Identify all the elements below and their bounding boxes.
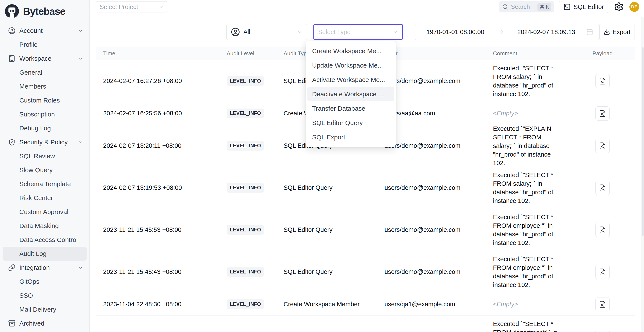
dropdown-option-create-workspace-me[interactable]: Create Workspace Me... <box>308 44 394 58</box>
chevron-down-icon <box>78 28 83 33</box>
cell-audit-level: LEVEL_INFO <box>219 316 276 332</box>
sidebar-item-schema-template[interactable]: Schema Template <box>2 177 87 191</box>
cell-time: 2023-11-21 15:45:53 +08:00 <box>96 209 219 251</box>
sidebar-section-account[interactable]: Account <box>2 24 87 37</box>
cell-audit-type: SQL Editor Query <box>276 209 377 251</box>
cell-time: 2024-02-07 16:27:26 +08:00 <box>96 60 219 102</box>
cell-audit-type: SQL Editor Query <box>276 251 377 293</box>
archive-icon <box>8 320 16 327</box>
payload-view-button[interactable] <box>596 106 610 121</box>
dropdown-option-activate-workspace-me[interactable]: Activate Workspace Me... <box>308 72 394 87</box>
type-filter-dropdown: Create Workspace Me...Update Workspace M… <box>306 41 396 147</box>
payload-view-button[interactable] <box>596 181 610 195</box>
file-search-icon <box>599 184 606 191</box>
search-input[interactable]: Search ⌘ K <box>499 1 554 12</box>
level-badge: LEVEL_INFO <box>226 109 264 118</box>
sidebar-item-risk-center[interactable]: Risk Center <box>2 191 87 205</box>
terminal-icon <box>564 3 571 10</box>
actor-filter-select[interactable]: All <box>226 24 307 40</box>
cell-time: 2023-11-04 22:48:30 +08:00 <box>96 293 219 316</box>
table-row[interactable]: 2023-11-04 21:26:34 +08:00 LEVEL_INFO SQ… <box>96 316 635 332</box>
user-avatar[interactable]: DE <box>630 2 639 12</box>
cell-time: 2024-02-07 13:20:11 +08:00 <box>96 125 219 167</box>
comment-empty: <Empty> <box>493 301 518 308</box>
type-filter-select[interactable]: Select Type <box>313 24 403 40</box>
topbar: Select Project Search ⌘ K SQL Editor DE <box>90 0 644 17</box>
cell-payload <box>570 293 635 316</box>
table-row[interactable]: 2023-11-21 15:45:53 +08:00 LEVEL_INFO SQ… <box>96 209 635 251</box>
sidebar-section-workspace[interactable]: Workspace <box>2 51 87 65</box>
cell-payload <box>570 167 635 209</box>
sidebar-section-integration[interactable]: Integration <box>2 261 87 275</box>
sidebar-item-mail-delivery[interactable]: Mail Delivery <box>2 302 87 316</box>
date-range-picker[interactable]: 1970-01-01 08:00:00 2024-02-07 18:09:13 <box>414 24 599 40</box>
sidebar-section-archived[interactable]: Archived <box>2 316 87 330</box>
comment-text: Executed `"SELECT * FROM department;"` i… <box>493 320 564 332</box>
settings-gear-icon[interactable] <box>614 2 624 12</box>
cell-comment: Executed `"SELECT * FROM salary;"` in da… <box>486 167 570 209</box>
level-badge: LEVEL_INFO <box>226 299 264 309</box>
dropdown-option-sql-editor-query[interactable]: SQL Editor Query <box>308 116 394 130</box>
sidebar-item-members[interactable]: Members <box>2 79 87 93</box>
payload-view-button[interactable] <box>596 74 610 88</box>
export-button[interactable]: Export <box>599 24 635 40</box>
sidebar-item-profile[interactable]: Profile <box>2 37 87 51</box>
cell-payload <box>570 251 635 293</box>
dropdown-option-transfer-database[interactable]: Transfer Database <box>308 101 394 116</box>
sidebar-item-data-masking[interactable]: Data Masking <box>2 219 87 233</box>
cell-audit-level: LEVEL_INFO <box>219 167 276 209</box>
payload-view-button[interactable] <box>596 330 610 332</box>
cell-comment: Executed `"SELECT * FROM employee;"` in … <box>486 209 570 251</box>
cell-actor: users/demo@example.com <box>377 251 486 293</box>
cell-audit-type: Create Workspace Member <box>276 293 377 316</box>
dropdown-option-deactivate-workspace[interactable]: Deactivate Workspace ... <box>308 87 394 101</box>
cell-time: 2023-11-04 21:26:34 +08:00 <box>96 316 219 332</box>
level-badge: LEVEL_INFO <box>226 183 264 193</box>
building-icon <box>8 55 16 62</box>
level-badge: LEVEL_INFO <box>226 141 264 151</box>
dropdown-option-update-workspace-me[interactable]: Update Workspace Me... <box>308 58 394 72</box>
level-badge: LEVEL_INFO <box>226 267 264 277</box>
cell-audit-level: LEVEL_INFO <box>219 102 276 125</box>
cell-payload <box>570 316 635 332</box>
table-row[interactable]: 2023-11-21 15:45:43 +08:00 LEVEL_INFO SQ… <box>96 251 635 293</box>
sidebar-item-general[interactable]: General <box>2 65 87 79</box>
cell-audit-level: LEVEL_INFO <box>219 293 276 316</box>
cell-actor: users/demo@example.com <box>377 209 486 251</box>
project-select[interactable]: Select Project <box>96 1 168 12</box>
payload-view-button[interactable] <box>596 265 610 279</box>
cell-comment: Executed `"SELECT * FROM employee;"` in … <box>486 251 570 293</box>
comment-text: Executed `"SELECT * FROM salary;"` in da… <box>493 64 564 98</box>
file-search-icon <box>599 110 606 117</box>
sidebar-section-security-policy[interactable]: Security & Policy <box>2 135 87 149</box>
sidebar-item-sql-review[interactable]: SQL Review <box>2 149 87 163</box>
payload-view-button[interactable] <box>596 297 610 312</box>
sidebar-item-gitops[interactable]: GitOps <box>2 275 87 289</box>
dropdown-option-sql-export[interactable]: SQL Export <box>308 130 394 144</box>
payload-view-button[interactable] <box>596 139 610 153</box>
sidebar-item-custom-approval[interactable]: Custom Approval <box>2 205 87 219</box>
brand-logo[interactable]: Bytebase <box>0 0 89 19</box>
sidebar-item-subscription[interactable]: Subscription <box>2 107 87 121</box>
vertical-scrollbar[interactable] <box>641 17 644 332</box>
bytebase-app: Bytebase Account Profile Workspace Gener… <box>0 0 644 332</box>
table-row[interactable]: 2023-11-04 22:48:30 +08:00 LEVEL_INFO Cr… <box>96 293 635 316</box>
column-header-comment: Comment <box>486 50 570 57</box>
file-search-icon <box>599 226 606 234</box>
sidebar-item-data-access-control[interactable]: Data Access Control <box>2 233 87 247</box>
payload-view-button[interactable] <box>596 223 610 237</box>
sidebar-item-sso[interactable]: SSO <box>2 289 87 302</box>
sql-editor-button[interactable]: SQL Editor <box>559 1 608 13</box>
sidebar-item-audit-log[interactable]: Audit Log <box>2 247 87 261</box>
scrollbar-thumb[interactable] <box>642 47 644 236</box>
sidebar-nav: Account Profile Workspace General Member… <box>0 24 89 330</box>
cell-actor: users/demo@example.com <box>377 316 486 332</box>
sql-editor-label: SQL Editor <box>574 3 604 10</box>
download-icon <box>604 29 610 35</box>
sidebar-item-debug-log[interactable]: Debug Log <box>2 121 87 135</box>
date-start-value: 1970-01-01 08:00:00 <box>426 28 484 36</box>
chevron-down-icon <box>297 29 303 35</box>
table-row[interactable]: 2024-02-07 13:19:53 +08:00 LEVEL_INFO SQ… <box>96 167 635 209</box>
sidebar-item-slow-query[interactable]: Slow Query <box>2 163 87 177</box>
sidebar-item-custom-roles[interactable]: Custom Roles <box>2 93 87 107</box>
